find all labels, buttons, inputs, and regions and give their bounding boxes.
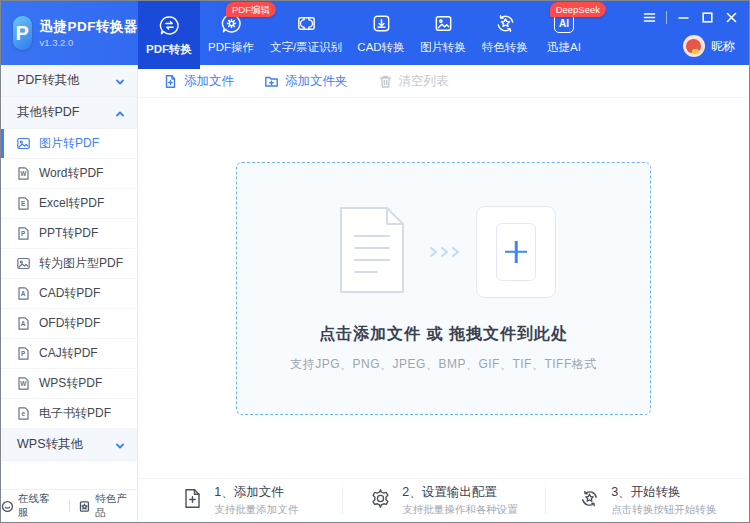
group-label: WPS转其他 xyxy=(17,436,83,453)
sidebar-item-label: Word转PDF xyxy=(39,165,103,182)
sidebar-item-excel-to-pdf[interactable]: E Excel转PDF xyxy=(1,189,137,219)
sidebar-group-other-to-pdf[interactable]: 其他转PDF xyxy=(1,97,137,129)
sidebar-item-cad-to-pdf[interactable]: A CAD转PDF xyxy=(1,279,137,309)
image-file-icon xyxy=(16,256,31,271)
file-dropzone[interactable]: 点击添加文件 或 拖拽文件到此处 支持JPG、PNG、JPEG、BMP、GIF、… xyxy=(236,162,651,415)
sidebar: PDF转其他 其他转PDF 图片转PDF W Word转PDF xyxy=(1,65,138,522)
svg-text:A: A xyxy=(21,290,26,297)
group-label: PDF转其他 xyxy=(17,72,80,89)
pdf-file-icon: A xyxy=(16,316,31,331)
tab-label: PDF操作 xyxy=(208,40,254,55)
svg-text:P: P xyxy=(21,230,26,237)
maximize-icon[interactable] xyxy=(700,10,715,25)
add-file-target-icon[interactable] xyxy=(476,206,556,298)
add-folder-button[interactable]: 添加文件夹 xyxy=(264,73,348,90)
step-start-convert: 3、开始转换 点击转换按钮开始转换 xyxy=(545,479,749,522)
sidebar-item-to-image-pdf[interactable]: 转为图片型PDF xyxy=(1,249,137,279)
tab-label: 迅捷AI xyxy=(547,40,581,55)
document-icon xyxy=(331,204,413,300)
clear-list-button[interactable]: 清空列表 xyxy=(378,73,449,90)
add-file-button[interactable]: 添加文件 xyxy=(163,73,234,90)
menu-icon[interactable] xyxy=(642,10,657,25)
sidebar-item-label: CAD转PDF xyxy=(39,285,100,302)
online-support-link[interactable]: 在线客服 xyxy=(1,492,60,520)
app-title: 迅捷PDF转换器 xyxy=(40,18,139,36)
sidebar-footer: 在线客服 特色产品 xyxy=(1,489,137,522)
tab-xunjie-ai[interactable]: DeepSeek AI 迅捷AI xyxy=(536,1,592,65)
tab-pdf-convert[interactable]: PDF转换 xyxy=(138,1,200,69)
plus-icon xyxy=(496,223,536,281)
convert-bubble-icon xyxy=(157,13,181,37)
sidebar-item-label: 转为图片型PDF xyxy=(39,255,123,272)
ticket-icon xyxy=(294,11,318,35)
folder-plus-icon xyxy=(264,74,279,89)
window-controls-separator xyxy=(666,11,667,24)
dropzone-formats-text: 支持JPG、PNG、JPEG、BMP、GIF、TIF、TIFF格式 xyxy=(290,356,597,373)
sidebar-item-label: 电子书转PDF xyxy=(39,405,111,422)
close-icon[interactable] xyxy=(724,10,739,25)
sidebar-item-label: CAJ转PDF xyxy=(39,345,98,362)
sidebar-item-ppt-to-pdf[interactable]: P PPT转PDF xyxy=(1,219,137,249)
sidebar-group-pdf-to-other[interactable]: PDF转其他 xyxy=(1,65,137,97)
sidebar-item-label: OFD转PDF xyxy=(39,315,100,332)
tab-label: 文字/票证识别 xyxy=(270,40,342,55)
tab-cad-convert[interactable]: CAD转换 xyxy=(350,1,412,65)
caj-file-icon: P xyxy=(16,346,31,361)
app-header: P 迅捷PDF转换器 v1.3.2.0 PDF转换 PDF编辑 PDF操作 xyxy=(1,1,749,65)
tab-label: 图片转换 xyxy=(420,40,466,55)
arrows-right-icon xyxy=(429,246,460,258)
pdf-edit-badge: PDF编辑 xyxy=(226,2,276,17)
content-area: 点击添加文件 或 拖拽文件到此处 支持JPG、PNG、JPEG、BMP、GIF、… xyxy=(138,98,749,478)
wps-file-icon: W xyxy=(16,376,31,391)
sidebar-item-word-to-pdf[interactable]: W Word转PDF xyxy=(1,159,137,189)
featured-products-link[interactable]: 特色产品 xyxy=(78,492,137,520)
svg-text:W: W xyxy=(20,170,27,177)
star-cycle-icon xyxy=(493,11,517,35)
cad-download-icon xyxy=(369,11,393,35)
footer-separator xyxy=(69,500,70,512)
sidebar-item-label: PPT转PDF xyxy=(39,225,98,242)
ebook-file-icon: e xyxy=(16,406,31,421)
group-label: 其他转PDF xyxy=(17,104,80,121)
sidebar-item-wps-to-pdf[interactable]: W WPS转PDF xyxy=(1,369,137,399)
svg-text:W: W xyxy=(20,380,27,387)
window-controls xyxy=(642,10,739,25)
svg-text:A: A xyxy=(21,320,26,327)
gear-icon xyxy=(369,487,392,514)
trash-icon xyxy=(378,74,393,89)
minimize-icon[interactable] xyxy=(676,10,691,25)
file-plus-icon xyxy=(181,487,204,514)
sidebar-item-label: WPS转PDF xyxy=(39,375,102,392)
smiley-icon xyxy=(1,500,14,513)
sidebar-item-caj-to-pdf[interactable]: P CAJ转PDF xyxy=(1,339,137,369)
ppt-file-icon: P xyxy=(16,226,31,241)
tab-image-convert[interactable]: 图片转换 xyxy=(412,1,474,65)
sidebar-item-label: Excel转PDF xyxy=(39,195,104,212)
body: PDF转其他 其他转PDF 图片转PDF W Word转PDF xyxy=(1,65,749,522)
tab-label: 特色转换 xyxy=(482,40,528,55)
sidebar-group-wps-to-other[interactable]: WPS转其他 xyxy=(1,429,137,461)
image-file-icon xyxy=(16,136,31,151)
sidebar-item-image-to-pdf[interactable]: 图片转PDF xyxy=(1,129,137,159)
svg-text:E: E xyxy=(21,200,26,207)
steps-bar: 1、添加文件 支持批量添加文件 2、设置输出配置 支持批量操作和各种设置 xyxy=(138,478,749,522)
chevron-down-icon xyxy=(115,76,125,86)
sidebar-item-ofd-to-pdf[interactable]: A OFD转PDF xyxy=(1,309,137,339)
tab-special-convert[interactable]: 特色转换 xyxy=(474,1,536,65)
user-name: 昵称 xyxy=(711,38,735,55)
chevron-up-icon xyxy=(115,108,125,118)
award-icon xyxy=(78,500,91,513)
tab-pdf-edit[interactable]: PDF编辑 PDF操作 xyxy=(200,1,262,65)
svg-text:P: P xyxy=(21,350,26,357)
sidebar-item-ebook-to-pdf[interactable]: e 电子书转PDF xyxy=(1,399,137,429)
step-add-files: 1、添加文件 支持批量添加文件 xyxy=(138,479,342,522)
pdf-file-icon: A xyxy=(16,286,31,301)
app-logo: P 迅捷PDF转换器 v1.3.2.0 xyxy=(1,1,138,65)
main-panel: 添加文件 添加文件夹 清空列表 xyxy=(138,65,749,522)
user-account[interactable]: 昵称 xyxy=(683,35,735,57)
chevron-down-icon xyxy=(115,440,125,450)
dropzone-main-text: 点击添加文件 或 拖拽文件到此处 xyxy=(319,324,568,345)
file-plus-icon xyxy=(163,74,178,89)
svg-text:e: e xyxy=(21,410,25,417)
tab-label: CAD转换 xyxy=(357,40,404,55)
